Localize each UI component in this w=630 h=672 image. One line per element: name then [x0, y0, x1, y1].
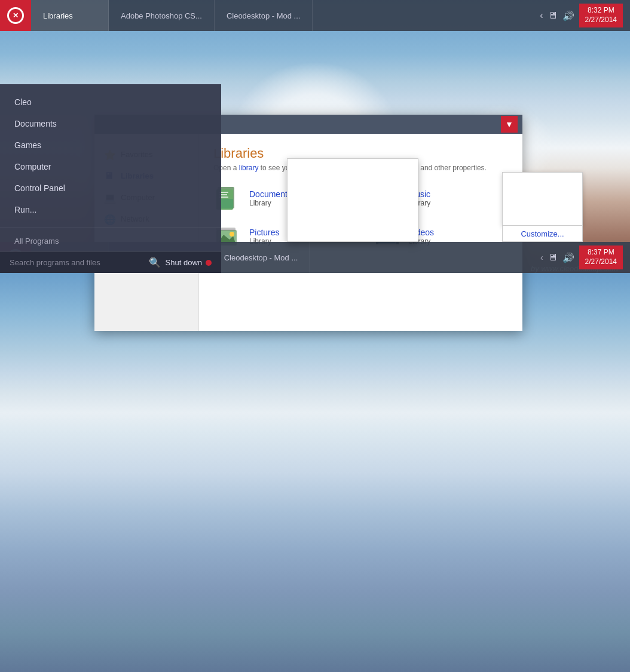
- systray-bottom: ‹ 🖥 🔊 8:37 PM 2/27/2014: [533, 246, 630, 269]
- tab-photoshop-top[interactable]: Adobe Photoshop CS...: [109, 0, 215, 31]
- start-menu-items: Cleo Documents Games Computer Control Pa…: [0, 84, 221, 225]
- shutdown-button[interactable]: Shut down: [166, 258, 212, 267]
- monitor-icon-top: 🖥: [548, 10, 558, 21]
- clock-date-bottom: 2/27/2014: [585, 257, 617, 267]
- tab-cleodesktop-top[interactable]: Cleodesktop - Mod ...: [215, 0, 313, 31]
- library-link[interactable]: library: [239, 164, 259, 172]
- all-programs[interactable]: All Programs: [0, 231, 221, 251]
- start-menu: Cleo Documents Games Computer Control Pa…: [0, 84, 221, 273]
- taskbar-top-tabs: Libraries Adobe Photoshop CS... Cleodesk…: [31, 0, 533, 31]
- chevron-icon-bottom[interactable]: ‹: [540, 253, 543, 262]
- menu-item-run[interactable]: Run...: [0, 199, 221, 220]
- tab-libraries-top[interactable]: Libraries: [31, 0, 109, 31]
- start-logo-top: [7, 7, 24, 24]
- tray-icons-top: ‹ 🖥 🔊: [540, 10, 574, 22]
- menu-item-documents[interactable]: Documents: [0, 113, 221, 134]
- clock-bottom: 8:37 PM 2/27/2014: [579, 246, 623, 269]
- menu-item-cleo[interactable]: Cleo: [0, 91, 221, 113]
- thumbnail-preview-libraries: [287, 158, 418, 242]
- menu-item-control-panel[interactable]: Control Panel: [0, 177, 221, 199]
- thumbnail-preview-panel: Customize...: [502, 172, 583, 242]
- start-menu-divider: [0, 228, 221, 228]
- menu-item-computer[interactable]: Computer: [0, 156, 221, 177]
- wallpaper-bottom: [0, 273, 630, 672]
- clock-time-bottom: 8:37 PM: [585, 248, 617, 257]
- start-search-bar: 🔍 Shut down: [0, 251, 221, 273]
- systray-top: ‹ 🖥 🔊 8:32 PM 2/27/2014: [533, 4, 630, 27]
- search-input[interactable]: [10, 258, 144, 267]
- monitor-icon-bottom: 🖥: [548, 252, 558, 263]
- clock-top: 8:32 PM 2/27/2014: [579, 4, 623, 27]
- volume-icon-bottom: 🔊: [562, 252, 574, 263]
- documents-label: Documents: [249, 189, 292, 199]
- svg-point-16: [230, 232, 234, 237]
- menu-item-games[interactable]: Games: [0, 134, 221, 156]
- chevron-icon-top[interactable]: ‹: [540, 10, 543, 21]
- volume-icon-top: 🔊: [562, 10, 574, 22]
- customize-button[interactable]: Customize...: [502, 226, 583, 242]
- start-button-top[interactable]: [0, 0, 31, 31]
- tab-cleodesktop-bottom[interactable]: Cleodesktop - Mod ...: [212, 242, 311, 273]
- taskbar-top: Libraries Adobe Photoshop CS... Cleodesk…: [0, 0, 630, 31]
- tray-icons-bottom: ‹ 🖥 🔊: [540, 252, 574, 263]
- clock-date-top: 2/27/2014: [585, 16, 617, 25]
- search-icon: 🔍: [149, 257, 161, 268]
- close-button[interactable]: ▼: [501, 116, 518, 133]
- documents-sub: Library: [249, 199, 292, 207]
- thumbnail-preview-2: [502, 172, 583, 226]
- shutdown-dot: [206, 260, 212, 266]
- pictures-label: Pictures: [249, 228, 280, 237]
- clock-time-top: 8:32 PM: [585, 6, 617, 16]
